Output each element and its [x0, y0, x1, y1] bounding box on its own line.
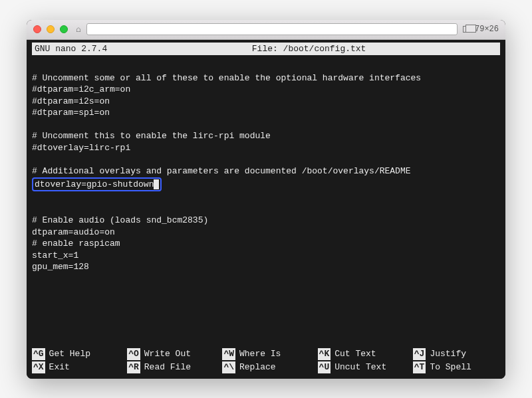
shortcut-key: ^K [318, 348, 331, 360]
config-line: #dtparam=spi=on [32, 108, 110, 118]
nano-help-bar: ^GGet Help ^OWrite Out ^WWhere Is ^KCut … [32, 348, 500, 375]
shortcut-label: Write Out [144, 348, 191, 360]
terminal-body[interactable]: GNU nano 2.7.4 File: /boot/config.txt # … [27, 40, 505, 379]
config-line: #dtparam=i2c_arm=on [32, 84, 130, 94]
nano-status-bar: GNU nano 2.7.4 File: /boot/config.txt [32, 43, 500, 56]
address-bar[interactable] [86, 23, 458, 35]
help-write-out[interactable]: ^OWrite Out [127, 348, 214, 360]
nano-version: GNU nano 2.7.4 [35, 43, 120, 55]
home-icon[interactable]: ⌂ [76, 25, 81, 35]
config-line: # Uncomment some or all of these to enab… [32, 73, 421, 83]
shortcut-label: Justify [430, 348, 466, 360]
config-line: # Additional overlays and parameters are… [32, 166, 411, 176]
config-line: # Uncomment this to enable the lirc-rpi … [32, 131, 271, 141]
shortcut-key: ^O [127, 348, 140, 360]
shortcut-key: ^R [127, 361, 140, 373]
shortcut-label: Exit [49, 361, 70, 373]
shortcut-key: ^W [222, 348, 235, 360]
help-uncut-text[interactable]: ^UUncut Text [318, 361, 405, 373]
shortcut-label: Replace [239, 361, 276, 373]
shortcut-label: To Spell [430, 361, 471, 373]
help-to-spell[interactable]: ^TTo Spell [413, 361, 500, 373]
help-replace[interactable]: ^\Replace [222, 361, 309, 373]
shortcut-key: ^G [32, 348, 45, 360]
shortcut-key: ^J [413, 348, 426, 360]
editor-content[interactable]: # Uncomment some or all of these to enab… [32, 60, 500, 348]
help-justify[interactable]: ^JJustify [413, 348, 500, 360]
terminal-window: ⌂ 79×26 GNU nano 2.7.4 File: /boot/confi… [27, 20, 505, 379]
highlighted-line: dtoverlay=gpio-shutdown [32, 177, 162, 192]
titlebar: ⌂ 79×26 [27, 20, 505, 40]
shortcut-label: Cut Text [334, 348, 376, 360]
config-line: #dtparam=i2s=on [32, 96, 110, 106]
config-line: dtparam=audio=on [32, 227, 115, 237]
minimize-button[interactable] [47, 25, 55, 33]
config-line: #dtoverlay=lirc-rpi [32, 143, 130, 153]
config-line: gpu_mem=128 [32, 262, 89, 272]
shortcut-label: Uncut Text [334, 361, 386, 373]
config-line: # Enable audio (loads snd_bcm2835) [32, 215, 208, 225]
shortcut-label: Read File [144, 361, 191, 373]
window-size-text: 79×26 [475, 25, 499, 34]
window-size-indicator: 79×26 [463, 25, 499, 34]
shortcut-key: ^X [32, 361, 45, 373]
window-stack-icon [463, 26, 472, 33]
help-where-is[interactable]: ^WWhere Is [222, 348, 309, 360]
help-read-file[interactable]: ^RRead File [127, 361, 214, 373]
shortcut-key: ^U [318, 361, 331, 373]
shortcut-label: Where Is [239, 348, 281, 360]
text-cursor [154, 179, 159, 189]
help-cut-text[interactable]: ^KCut Text [318, 348, 405, 360]
close-button[interactable] [33, 25, 41, 33]
help-get-help[interactable]: ^GGet Help [32, 348, 119, 360]
config-line: start_x=1 [32, 250, 78, 260]
maximize-button[interactable] [60, 25, 68, 33]
shortcut-key: ^\ [222, 361, 235, 373]
nano-file-label: File: /boot/config.txt [120, 43, 497, 55]
help-exit[interactable]: ^XExit [32, 361, 119, 373]
shortcut-key: ^T [413, 361, 426, 373]
config-line: # enable raspicam [32, 239, 120, 249]
config-line: dtoverlay=gpio-shutdown [35, 179, 154, 189]
traffic-lights [33, 25, 68, 33]
shortcut-label: Get Help [49, 348, 90, 360]
